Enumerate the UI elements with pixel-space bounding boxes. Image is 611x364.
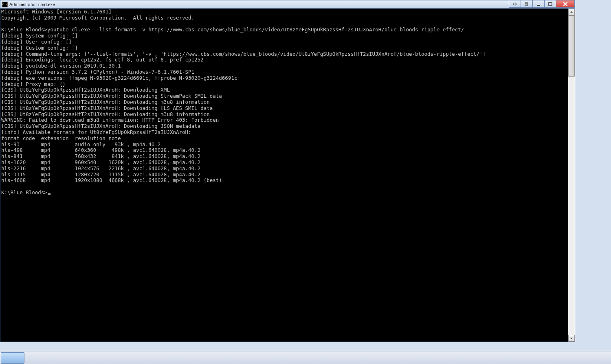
cmd-window: C:\ Administrator: cmd.exe Microsoft Win… (0, 0, 575, 342)
scrollbar-vertical[interactable] (568, 9, 575, 342)
scroll-down-button[interactable] (568, 335, 575, 342)
titlebar-controls (509, 0, 575, 8)
prev-size-button[interactable] (509, 0, 521, 8)
scroll-track[interactable] (568, 77, 575, 335)
titlebar[interactable]: C:\ Administrator: cmd.exe (0, 0, 575, 9)
minimize-button[interactable] (532, 0, 545, 8)
taskbar-item[interactable] (1, 352, 24, 364)
svg-rect-1 (525, 3, 527, 6)
console-output[interactable]: Microsoft Windows [Version 6.1.7601] Cop… (0, 9, 568, 342)
close-button[interactable] (556, 0, 575, 8)
restore-down-button[interactable] (521, 0, 533, 8)
taskbar[interactable] (0, 351, 611, 364)
scroll-thumb[interactable] (568, 15, 575, 77)
scroll-up-button[interactable] (568, 9, 575, 15)
svg-rect-3 (549, 2, 552, 6)
cmd-icon: C:\ (2, 2, 8, 7)
console-body: Microsoft Windows [Version 6.1.7601] Cop… (0, 9, 575, 342)
maximize-button[interactable] (544, 0, 556, 8)
svg-rect-2 (537, 5, 540, 6)
window-title: Administrator: cmd.exe (9, 2, 509, 7)
